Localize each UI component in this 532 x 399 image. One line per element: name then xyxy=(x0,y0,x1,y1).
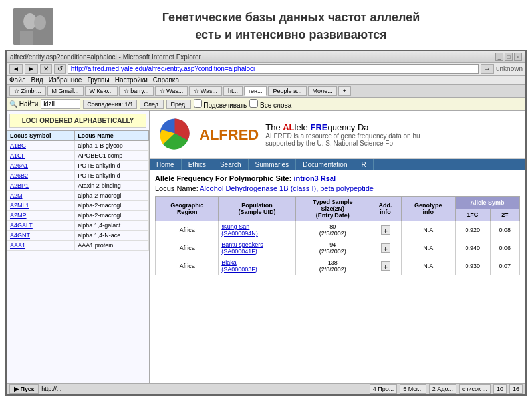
loci-sidebar: LOCI ORDERED ALPHABETICALLY Locus Symbol… xyxy=(7,111,150,383)
nav-documentation[interactable]: Documentation xyxy=(296,159,354,170)
tab-zimbra[interactable]: ☆ Zimbr... xyxy=(9,86,46,96)
tab-kew[interactable]: W Кью... xyxy=(85,86,118,96)
status-url: http://... xyxy=(41,386,366,392)
page-header: Генетические базы данных частот аллелей … xyxy=(0,0,532,50)
loci-name: Ataxin 2-binding xyxy=(75,181,149,191)
alfred-desc-line1: ALFRED is a resource of gene frequency d… xyxy=(265,132,420,140)
menu-help[interactable]: Справка xyxy=(153,76,179,84)
alfred-pie-chart xyxy=(156,115,193,154)
tab-was1[interactable]: ☆ Was... xyxy=(155,86,188,96)
find-matches: Совпадения: 1/1 xyxy=(83,100,137,109)
allele-freq-link[interactable]: intron3 RsaI xyxy=(293,174,336,182)
start-btn[interactable]: ▶ Пуск xyxy=(9,384,39,394)
cell-add-info[interactable]: + xyxy=(370,239,401,257)
locus-name-row: Locus Name: Alcohol Dehydrogenase 1B (cl… xyxy=(155,184,520,192)
status-item-2: 5 Мcr... xyxy=(400,384,426,394)
find-allwords-checkbox[interactable] xyxy=(249,99,258,108)
title-line2: есть и интенсивно развиваются xyxy=(195,28,387,41)
cell-allele1: 0.940 xyxy=(456,239,491,257)
slide-title: Генетические базы данных частот аллелей … xyxy=(63,9,519,43)
refresh-btn[interactable]: ↺ xyxy=(54,64,66,74)
speaker-photo xyxy=(13,8,53,45)
add-info-btn[interactable]: + xyxy=(381,225,390,235)
minimize-btn[interactable]: _ xyxy=(495,53,503,61)
tab-barry[interactable]: ☆ barry... xyxy=(119,86,154,96)
status-time: 10 xyxy=(493,384,507,394)
menu-view[interactable]: Вид xyxy=(31,76,43,84)
stop-btn[interactable]: ✕ xyxy=(40,64,52,74)
add-info-btn[interactable]: + xyxy=(381,261,390,271)
cell-population[interactable]: !Kung San(SA000094N) xyxy=(219,221,295,239)
menu-settings[interactable]: Настройки xyxy=(115,76,148,84)
find-prev-btn[interactable]: Пред. xyxy=(166,100,190,109)
browser-titlebar: alfred/entity.asp?condition=alphaloci - … xyxy=(7,51,525,63)
status-item-4: список ... xyxy=(459,384,491,394)
cell-population[interactable]: Bantu speakers(SA000041F) xyxy=(219,239,295,257)
address-bar[interactable] xyxy=(68,64,479,74)
col-allele1: 1=C xyxy=(456,209,491,221)
tab-mole[interactable]: Моле... xyxy=(308,86,337,96)
loci-symbol[interactable]: A2MP xyxy=(7,211,75,221)
cell-genotype: N.A xyxy=(401,221,456,239)
alfred-nav: Home Ethics Search Summaries Documentati… xyxy=(150,159,525,170)
nav-search[interactable]: Search xyxy=(213,159,249,170)
loci-table-row: A2BP1 Ataxin 2-binding xyxy=(7,181,149,191)
find-input[interactable] xyxy=(41,99,80,109)
find-highlight-checkbox[interactable] xyxy=(194,99,202,108)
col-population: Population(Sample UID) xyxy=(219,197,295,221)
allele-freq-title: Allele Frequency For Polymorphic Site: i… xyxy=(155,174,520,182)
close-btn[interactable]: × xyxy=(514,53,522,61)
nav-home[interactable]: Home xyxy=(150,159,182,170)
find-next-btn[interactable]: След. xyxy=(140,100,164,109)
alfred-content: ALFRED The ALlele FREquency Da ALFRED is… xyxy=(150,111,525,383)
find-highlight-label: Подсвечивать xyxy=(194,99,247,109)
tab-gen[interactable]: ген... xyxy=(244,86,267,96)
data-table: GeographicRegion Population(Sample UID) … xyxy=(155,196,520,275)
cell-sample-size: 138(2/8/2002) xyxy=(295,257,370,275)
forward-btn[interactable]: ► xyxy=(25,64,38,74)
cell-population[interactable]: Biaka(SA000003F) xyxy=(219,257,295,275)
loci-name: alpha-2-macrogl xyxy=(75,201,149,211)
loci-symbol[interactable]: A1CF xyxy=(7,151,75,161)
loci-name: alpha-2-macrogl xyxy=(75,191,149,201)
nav-ethics[interactable]: Ethics xyxy=(182,159,213,170)
loci-table-row: A26B2 POTE ankyrin d xyxy=(7,171,149,181)
svg-rect-3 xyxy=(20,31,33,45)
nav-r[interactable]: R xyxy=(354,159,373,170)
loci-table-row: A1BG alpha-1-B glycop xyxy=(7,141,149,151)
loci-name: alpha 1,4-galact xyxy=(75,221,149,231)
loci-symbol[interactable]: A2M xyxy=(7,191,75,201)
back-btn[interactable]: ◄ xyxy=(9,64,23,74)
loci-symbol[interactable]: A4GALT xyxy=(7,221,75,231)
loci-symbol[interactable]: A26A1 xyxy=(7,161,75,171)
maximize-btn[interactable]: □ xyxy=(505,53,513,61)
tab-was2[interactable]: ☆ Was... xyxy=(189,86,222,96)
findbar: 🔍 Найти Совпадения: 1/1 След. Пред. Подс… xyxy=(7,98,525,111)
menu-groups[interactable]: Группы xyxy=(87,76,109,84)
tab-gmail[interactable]: M Gmail... xyxy=(47,86,84,96)
tab-add[interactable]: + xyxy=(338,86,351,96)
table-row: Africa Bantu speakers(SA000041F) 94(2/5/… xyxy=(156,239,520,257)
tab-people[interactable]: People a... xyxy=(268,86,306,96)
cell-add-info[interactable]: + xyxy=(370,257,401,275)
loci-symbol[interactable]: A2ML1 xyxy=(7,201,75,211)
status-date: 16 xyxy=(509,384,523,394)
menu-file[interactable]: Файл xyxy=(9,76,26,84)
loci-symbol[interactable]: A2BP1 xyxy=(7,181,75,191)
loci-symbol[interactable]: A4GNT xyxy=(7,231,75,241)
cell-add-info[interactable]: + xyxy=(370,221,401,239)
loci-name: alpha-2-macrogl xyxy=(75,211,149,221)
nav-summaries[interactable]: Summaries xyxy=(249,159,297,170)
add-info-btn[interactable]: + xyxy=(381,243,390,253)
tab-ht[interactable]: ht... xyxy=(223,86,243,96)
loci-symbol[interactable]: A1BG xyxy=(7,141,75,151)
loci-symbol[interactable]: AAA1 xyxy=(7,241,75,251)
find-allwords-label: Все слова xyxy=(249,99,291,109)
menu-favorites[interactable]: Избранное xyxy=(49,76,82,84)
svg-rect-4 xyxy=(33,33,45,45)
status-item-3: 2 Адо... xyxy=(429,384,456,394)
cell-region: Africa xyxy=(156,221,219,239)
go-btn[interactable]: → xyxy=(481,64,494,74)
locus-name-link[interactable]: Alcohol Dehydrogenase 1B (class I), beta… xyxy=(200,184,374,192)
loci-symbol[interactable]: A26B2 xyxy=(7,171,75,181)
